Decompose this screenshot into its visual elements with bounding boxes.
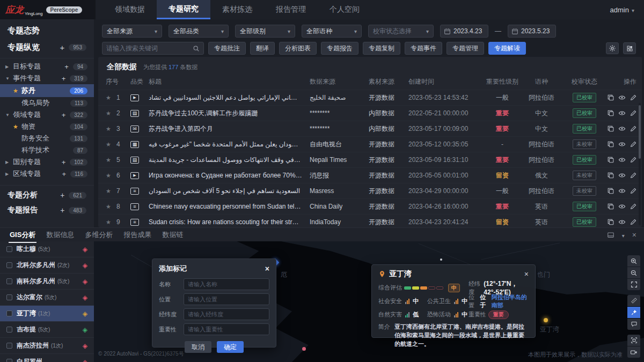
search-input[interactable] bbox=[106, 45, 193, 52]
add-marker-button[interactable] bbox=[627, 307, 640, 318]
star-icon[interactable] bbox=[106, 188, 116, 195]
eye-icon[interactable] bbox=[618, 125, 626, 132]
panel-icon[interactable] bbox=[607, 231, 614, 239]
translate-button[interactable]: 翻译 bbox=[250, 42, 275, 55]
sidebar-item-field-topics[interactable]: 领域专题322 bbox=[0, 109, 94, 121]
table-row[interactable]: 2苏丹战争过去100天,调解工作步履蹒跚********内部数据2022-05-… bbox=[98, 105, 642, 121]
checkbox[interactable] bbox=[6, 311, 12, 316]
row-title[interactable]: Sudan crisis: How are nations scouting f… bbox=[149, 218, 310, 226]
location-south-kordofan[interactable]: 南科尔多凡州(5次) bbox=[0, 274, 94, 290]
edit-icon[interactable] bbox=[630, 187, 637, 195]
map-dot-aden[interactable] bbox=[544, 318, 548, 322]
marker-icon[interactable] bbox=[83, 358, 87, 362]
sidebar-title-overview[interactable]: 专题纵览 953 bbox=[0, 37, 94, 58]
copy-icon[interactable] bbox=[607, 109, 614, 117]
table-row[interactable]: 1الفريق الإنساني الإماراتي يواصل دعم الل… bbox=[98, 90, 642, 105]
eye-icon[interactable] bbox=[618, 94, 626, 101]
copy-icon[interactable] bbox=[607, 187, 614, 195]
tab-gis-analysis[interactable]: GIS分析 bbox=[9, 228, 36, 242]
sidebar-item-event-topics[interactable]: 事件专题319 bbox=[0, 72, 94, 84]
star-icon[interactable] bbox=[106, 219, 116, 226]
close-icon[interactable] bbox=[632, 231, 636, 239]
importance-field[interactable] bbox=[184, 323, 269, 335]
fullscreen-button[interactable] bbox=[627, 279, 640, 290]
nav-domain-data[interactable]: 领域数据 bbox=[103, 0, 157, 19]
search-icon[interactable] bbox=[193, 45, 200, 52]
marker-icon[interactable] bbox=[83, 326, 87, 334]
measure-button[interactable] bbox=[627, 295, 640, 306]
sidebar-item-sudan[interactable]: 苏丹206 bbox=[0, 84, 94, 97]
date-from-picker[interactable]: 2023.4.23 bbox=[440, 25, 488, 38]
nav-personal-space[interactable]: 个人空间 bbox=[318, 0, 371, 19]
level-filter-dropdown[interactable]: 全部级别 bbox=[235, 25, 295, 38]
location-khartoum[interactable]: 喀土穆(5次) bbox=[0, 241, 94, 257]
add-icon[interactable] bbox=[64, 63, 69, 71]
add-icon[interactable] bbox=[62, 111, 66, 119]
row-title[interactable]: Chinese navy evacuating personnel from S… bbox=[149, 203, 310, 210]
star-icon[interactable] bbox=[106, 157, 116, 164]
checkbox[interactable] bbox=[6, 262, 12, 268]
row-title[interactable]: 苏丹战争进入第四个月 bbox=[149, 124, 310, 134]
table-row[interactable]: 6Игра окончена: в Судане не работает бол… bbox=[98, 167, 642, 183]
table-row[interactable]: 4السودان يعلن ممثل الأمم المتحدة شخصا "غ… bbox=[98, 136, 642, 152]
zoom-in-button[interactable] bbox=[627, 255, 640, 267]
sidebar-title-situation[interactable]: 专题态势 bbox=[0, 19, 94, 37]
star-icon[interactable] bbox=[106, 125, 116, 132]
row-title[interactable]: 苏丹战争过去100天,调解工作步履蹒跚 bbox=[149, 109, 310, 118]
marker-icon[interactable] bbox=[83, 294, 87, 301]
topic-interpret-button[interactable]: 专题解读 bbox=[488, 42, 526, 55]
layout-button[interactable] bbox=[623, 42, 636, 54]
user-menu[interactable]: admin bbox=[610, 6, 634, 14]
loc-link[interactable]: 阿拉伯半岛的南部 bbox=[492, 293, 529, 309]
topic-annotate-button[interactable]: 专题批注 bbox=[208, 42, 246, 55]
language-filter-dropdown[interactable]: 全部语种 bbox=[302, 25, 362, 38]
edit-icon[interactable] bbox=[630, 172, 637, 179]
sidebar-item-defense-security[interactable]: 防务安全131 bbox=[0, 132, 94, 144]
coords-field[interactable] bbox=[184, 308, 269, 320]
copy-icon[interactable] bbox=[607, 172, 614, 179]
copy-icon[interactable] bbox=[607, 203, 614, 210]
table-row[interactable]: 8Chinese navy evacuating personnel from … bbox=[98, 198, 642, 214]
review-status-dropdown[interactable]: 校审状态选择 bbox=[368, 25, 434, 38]
table-row[interactable]: 5استمرار محادثات جدة أملاً في وقف الانته… bbox=[98, 152, 642, 167]
cancel-button[interactable]: 取消 bbox=[185, 341, 211, 353]
checkbox[interactable] bbox=[6, 294, 12, 300]
edit-icon[interactable] bbox=[630, 94, 637, 101]
topic-copy-button[interactable]: 专题复制 bbox=[363, 42, 400, 55]
tab-multidim-analysis[interactable]: 多维分析 bbox=[84, 228, 114, 242]
sidebar-item-target-topics[interactable]: 目标专题94 bbox=[0, 61, 94, 72]
gis-map[interactable]: 也门 厄 亚丁湾 © 2022 AutoNavi - GS(2021)6375号… bbox=[94, 241, 644, 362]
copy-icon[interactable] bbox=[607, 125, 614, 132]
copy-icon[interactable] bbox=[607, 156, 614, 164]
star-icon[interactable] bbox=[106, 141, 116, 148]
checkbox[interactable] bbox=[6, 278, 12, 284]
comment-button[interactable] bbox=[627, 319, 640, 330]
edit-icon[interactable] bbox=[630, 218, 637, 226]
edit-icon[interactable] bbox=[630, 156, 637, 164]
eye-icon[interactable] bbox=[618, 156, 626, 164]
location-djibouti[interactable]: 吉布提(5次) bbox=[0, 322, 94, 338]
source-filter-dropdown[interactable]: 全部来源 bbox=[102, 25, 162, 38]
marker-icon[interactable] bbox=[83, 310, 87, 317]
checkbox[interactable] bbox=[6, 359, 12, 362]
table-row[interactable]: 3苏丹战争进入第四个月********内部数据2023-05-17 00:09:… bbox=[98, 121, 642, 136]
copy-icon[interactable] bbox=[607, 94, 614, 101]
table-row[interactable]: 9Sudan crisis: How are nations scouting … bbox=[98, 214, 642, 227]
sidebar-item-materials[interactable]: 物资104 bbox=[0, 121, 94, 132]
eye-icon[interactable] bbox=[618, 218, 626, 226]
location-south-gezira[interactable]: 南杰济拉州(1次) bbox=[0, 338, 94, 354]
row-title[interactable]: الفريق الإنساني الإماراتي يواصل دعم اللا… bbox=[149, 94, 310, 101]
marker-icon[interactable] bbox=[83, 278, 87, 285]
checkbox[interactable] bbox=[6, 246, 12, 252]
sidebar-item-topic-report[interactable]: 专题报告483 bbox=[0, 203, 94, 218]
date-to-picker[interactable]: 2023.5.23 bbox=[508, 25, 556, 38]
checkbox[interactable] bbox=[6, 343, 12, 349]
edit-icon[interactable] bbox=[630, 109, 637, 117]
sidebar-item-country-topics[interactable]: 国别专题102 bbox=[0, 156, 94, 168]
nav-material-select[interactable]: 素材拣选 bbox=[210, 0, 264, 19]
marker-icon[interactable] bbox=[83, 342, 87, 350]
add-icon[interactable] bbox=[60, 206, 64, 215]
table-scrollbar[interactable] bbox=[639, 103, 641, 225]
category-filter-dropdown[interactable]: 全部品类 bbox=[169, 25, 229, 38]
tab-data-chain[interactable]: 数据链 bbox=[161, 228, 184, 242]
